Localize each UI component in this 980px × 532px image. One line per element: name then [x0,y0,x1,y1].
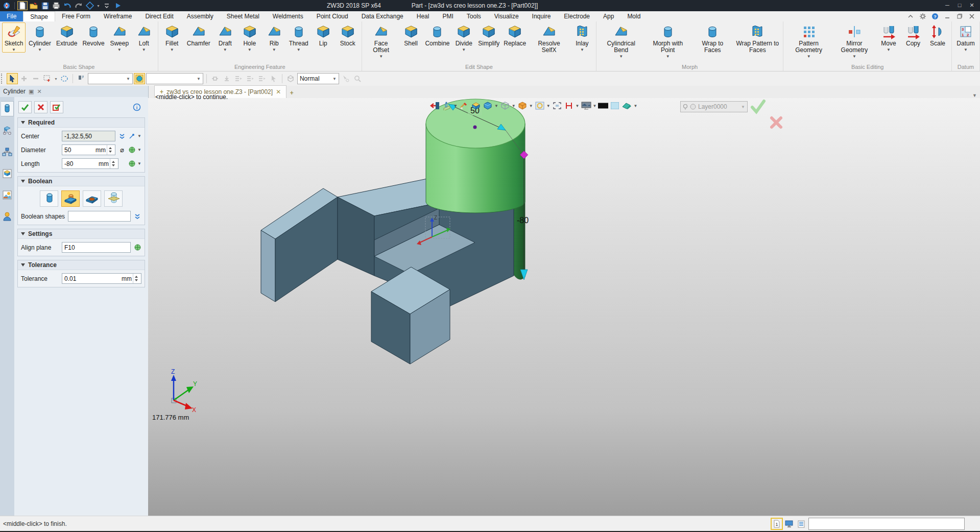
ribbon-item-dropdown-icon[interactable]: ▼ [272,47,276,52]
ribbon-item-dropdown-icon[interactable]: ▼ [142,47,146,52]
diameter-variable-icon[interactable] [128,146,136,154]
settings-section-header[interactable]: Settings [18,229,145,239]
boolean-base-button[interactable] [40,190,58,207]
length-variable-icon[interactable] [128,160,136,168]
shaded-display-dropdown-icon[interactable]: ▼ [494,104,498,108]
doc-minimize-icon[interactable] [943,12,951,20]
boolean-section-header[interactable]: Boolean [18,177,145,186]
ribbon-item-dropdown-icon[interactable]: ▼ [248,47,252,52]
command-input[interactable] [808,518,965,530]
view-manager-icon[interactable] [442,101,452,110]
center-point-marker[interactable] [473,126,477,129]
pick-remove-icon[interactable] [31,74,41,84]
pick-target-icon[interactable] [341,74,351,84]
menu-tab-wireframe[interactable]: Wireframe [97,11,138,21]
float-panel-icon[interactable]: ▣ [29,88,34,95]
toolbar-options-icon[interactable] [102,2,111,10]
diameter-dropdown-icon[interactable]: ▼ [137,148,141,152]
ribbon-item-dropdown-icon[interactable]: ▼ [223,47,227,52]
ribbon-item-mirror-geometry[interactable]: Mirror Geometry▼ [833,22,876,59]
ribbon-item-wrap-to-faces[interactable]: Wrap to Faces [692,22,733,54]
ribbon-item-dropdown-icon[interactable]: ▼ [580,47,584,52]
ribbon-item-draft[interactable]: Draft▼ [213,22,237,53]
align-plane-variable-icon[interactable] [133,244,141,252]
boolean-add-button[interactable] [61,190,80,207]
ribbon-item-dropdown-icon[interactable]: ▼ [12,47,16,52]
section-view-icon[interactable] [517,101,528,110]
highlight-ring-icon[interactable] [535,101,545,110]
ok-button[interactable] [18,101,32,113]
diameter-spinner[interactable] [107,145,113,155]
expand-options-icon[interactable] [118,132,126,140]
menu-tab-tools[interactable]: Tools [460,11,488,21]
ribbon-item-cylinder[interactable]: Cylinder▼ [27,22,53,53]
shaded-display-icon[interactable] [483,101,493,110]
lasso-pick-icon[interactable] [59,74,69,84]
length-field[interactable]: -80 mm [62,158,118,169]
center-field[interactable]: -1,32.5,50 [62,131,115,141]
close-panel-icon[interactable]: ✕ [37,88,41,95]
diameter-field[interactable]: 50 mm [62,144,115,155]
ribbon-item-move[interactable]: Move▼ [877,22,900,53]
ribbon-item-sketch[interactable]: Sketch▼ [2,22,26,53]
pick-list-1-icon[interactable] [233,74,244,84]
display-icon[interactable] [784,519,794,529]
point-picker-dropdown-icon[interactable]: ▼ [137,134,141,138]
hatch-icon[interactable] [564,101,574,110]
reset-view-icon[interactable] [285,74,296,84]
highlight-ring-dropdown-icon[interactable]: ▼ [546,104,551,108]
black-color-swatch[interactable] [598,101,608,110]
layer-combo[interactable]: Layer0000 ▼ [680,101,748,112]
image-tab[interactable] [1,188,13,202]
combo-dropdown-icon[interactable]: ▼ [124,77,132,81]
menu-tab-pmi[interactable]: PMI [436,11,460,21]
ribbon-item-loft[interactable]: Loft▼ [132,22,156,53]
chain-pick-icon[interactable] [210,74,220,84]
ribbon-item-resolve-selfx[interactable]: Resolve SelfX [529,22,569,54]
menu-tab-point-cloud[interactable]: Point Cloud [310,11,355,21]
ribbon-item-combine[interactable]: Combine [424,22,451,47]
entity-filter-combo[interactable]: ▼ [88,73,133,84]
ribbon-item-dropdown-icon[interactable]: ▼ [462,47,466,52]
ribbon-item-replace[interactable]: Replace [502,22,528,47]
ribbon-item-dropdown-icon[interactable]: ▼ [964,47,968,52]
all-filter-icon[interactable] [134,74,145,84]
minimize-button[interactable]: ─ [941,0,953,10]
combo-dropdown-icon[interactable]: ▼ [330,77,339,81]
settings-gear-icon[interactable] [919,12,927,20]
hatch-dropdown-icon[interactable]: ▼ [576,104,580,108]
pick-add-icon[interactable] [19,74,29,84]
ribbon-item-lip[interactable]: Lip [312,22,335,47]
pick-priority-combo[interactable]: ▼ [146,73,203,84]
ribbon-item-rib[interactable]: Rib▼ [262,22,286,53]
ribbon-item-dropdown-icon[interactable]: ▼ [117,47,122,52]
render-mode-combo[interactable]: Normal▼ [297,73,339,84]
ribbon-item-dropdown-icon[interactable]: ▼ [297,47,301,52]
ribbon-item-inlay[interactable]: Inlay▼ [570,22,594,53]
combo-dropdown-icon[interactable]: ▼ [195,77,203,81]
menu-tab-shape[interactable]: Shape [23,11,55,21]
tolerance-field[interactable]: 0.01 mm [62,273,141,284]
marquee-pick-icon[interactable] [42,74,53,84]
view-navigate-dropdown-icon[interactable]: ▼ [97,4,100,8]
menu-tab-data-exchange[interactable]: Data Exchange [355,11,410,21]
boolean-shapes-field[interactable] [68,211,131,222]
menu-tab-inquire[interactable]: Inquire [525,11,558,21]
apply-button[interactable] [50,101,63,113]
align-plane-field[interactable]: F10 [62,242,131,253]
required-section-header[interactable]: Required [18,118,145,128]
cylinder-feature[interactable] [426,99,525,213]
ribbon-item-shell[interactable]: Shell [399,22,423,47]
command-tab[interactable] [1,101,14,116]
menu-tab-weldments[interactable]: Weldments [266,11,310,21]
ribbon-item-dropdown-icon[interactable]: ▼ [38,47,42,52]
ribbon-item-chamfer[interactable]: Chamfer [185,22,212,47]
print-icon[interactable] [52,2,61,10]
diameter-symbol-icon[interactable]: ⌀ [118,146,126,154]
ribbon-item-dropdown-icon[interactable]: ▼ [170,47,174,52]
blue-color-swatch[interactable] [610,101,620,110]
view-navigate-icon[interactable] [85,2,94,10]
new-file-icon[interactable] [18,2,27,10]
redo-icon[interactable] [74,2,83,10]
ribbon-item-fillet[interactable]: Fillet▼ [160,22,184,53]
